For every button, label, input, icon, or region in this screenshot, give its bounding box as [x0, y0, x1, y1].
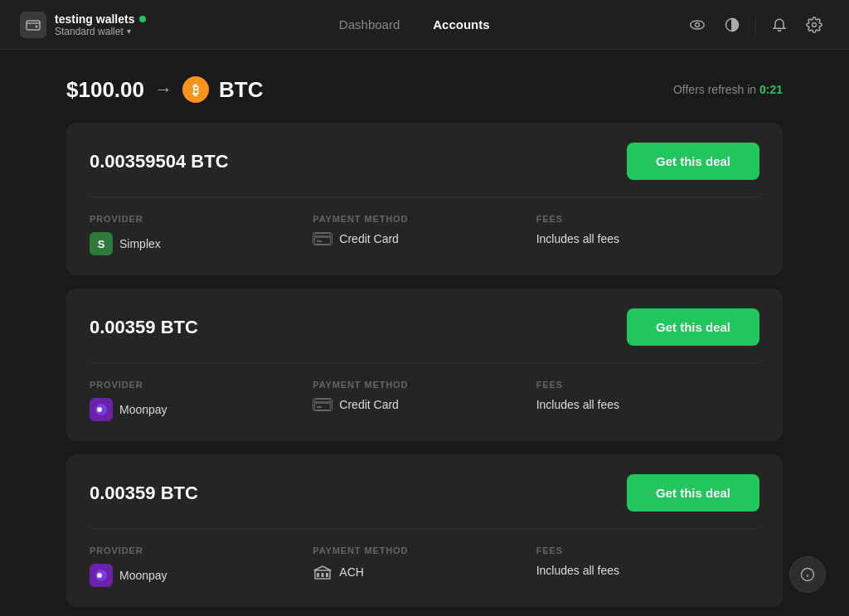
- provider-name-0: Simplex: [119, 237, 161, 250]
- deal-card-1: 0.00359 BTC Get this deal PROVIDER Moonp…: [66, 289, 783, 441]
- moonpay-icon: [90, 398, 113, 421]
- main-nav: Dashboard Accounts: [146, 14, 682, 35]
- wallet-text: testing wallets Standard wallet ▾: [55, 12, 146, 37]
- payment-label-2: PAYMENT METHOD: [313, 546, 536, 555]
- fees-text-2: Includes all fees: [536, 564, 619, 577]
- svg-rect-17: [322, 573, 324, 577]
- fees-text-1: Includes all fees: [536, 398, 619, 411]
- card-icon: [313, 398, 332, 411]
- chevron-down-icon: ▾: [127, 27, 131, 36]
- deal-amount-0: 0.00359504 BTC: [90, 151, 229, 172]
- provider-label-1: PROVIDER: [90, 380, 313, 390]
- svg-rect-16: [317, 573, 319, 577]
- header-icons: [682, 10, 829, 40]
- eye-button[interactable]: [682, 10, 712, 40]
- deal-card-0: 0.00359504 BTC Get this deal PROVIDER S …: [66, 123, 783, 275]
- deal-top-2: 0.00359 BTC Get this deal: [90, 474, 759, 512]
- fiat-amount: $100.00: [66, 77, 144, 103]
- fees-col-2: FEES Includes all fees: [536, 546, 759, 587]
- refresh-label: Offers refresh in 0:21: [673, 83, 783, 96]
- fees-label-1: FEES: [536, 380, 759, 390]
- deal-top-0: 0.00359504 BTC Get this deal: [90, 143, 759, 180]
- deal-divider-1: [90, 362, 759, 363]
- fees-col-0: FEES Includes all fees: [536, 214, 759, 255]
- contrast-button[interactable]: [717, 10, 747, 40]
- svg-point-1: [36, 25, 38, 27]
- btc-icon: ₿: [182, 76, 209, 103]
- svg-rect-7: [314, 235, 331, 238]
- fees-label-0: FEES: [536, 214, 759, 224]
- fees-col-1: FEES Includes all fees: [536, 380, 759, 421]
- deal-card-2: 0.00359 BTC Get this deal PROVIDER Moonp…: [66, 454, 783, 607]
- deals-container: 0.00359504 BTC Get this deal PROVIDER S …: [66, 123, 783, 607]
- payment-value-0: Credit Card: [313, 232, 536, 245]
- payment-label-1: PAYMENT METHOD: [313, 380, 536, 390]
- main-content: $100.00 → ₿ BTC Offers refresh in 0:21 0…: [0, 50, 849, 616]
- deal-amount-1: 0.00359 BTC: [90, 317, 198, 338]
- provider-value-0: S Simplex: [90, 232, 313, 255]
- deal-details-2: PROVIDER Moonpay PAYMENT METHOD ACH: [90, 546, 759, 587]
- provider-col-1: PROVIDER Moonpay: [90, 380, 313, 421]
- provider-name-1: Moonpay: [119, 403, 167, 416]
- help-fab[interactable]: [789, 556, 826, 593]
- payment-col-1: PAYMENT METHOD Credit Card: [313, 380, 536, 421]
- simplex-icon: S: [90, 232, 113, 255]
- bell-button[interactable]: [764, 10, 794, 40]
- svg-point-2: [691, 21, 705, 29]
- arrow-icon: →: [154, 79, 172, 100]
- deal-details-1: PROVIDER Moonpay PAYMENT METHOD Credit C…: [90, 380, 759, 421]
- nav-accounts[interactable]: Accounts: [433, 14, 489, 35]
- deal-details-0: PROVIDER S Simplex PAYMENT METHOD Credit…: [90, 214, 759, 255]
- wallet-subtitle: Standard wallet ▾: [55, 26, 146, 37]
- svg-rect-12: [314, 401, 331, 404]
- provider-col-0: PROVIDER S Simplex: [90, 214, 313, 255]
- svg-rect-0: [27, 21, 40, 30]
- fees-value-1: Includes all fees: [536, 398, 759, 411]
- deal-divider-0: [90, 196, 759, 197]
- fees-text-0: Includes all fees: [536, 232, 619, 245]
- crypto-label: BTC: [219, 77, 263, 103]
- provider-label-2: PROVIDER: [90, 546, 313, 555]
- fees-label-2: FEES: [536, 546, 759, 555]
- wallet-status-dot: [139, 16, 146, 22]
- payment-value-1: Credit Card: [313, 398, 536, 411]
- fees-value-0: Includes all fees: [536, 232, 759, 245]
- settings-button[interactable]: [799, 10, 829, 40]
- svg-point-10: [97, 407, 102, 412]
- card-icon: [313, 232, 332, 245]
- provider-value-2: Moonpay: [90, 564, 313, 587]
- svg-rect-13: [317, 406, 322, 408]
- header-separator: [755, 15, 756, 35]
- provider-value-1: Moonpay: [90, 398, 313, 421]
- app-header: testing wallets Standard wallet ▾ Dashbo…: [0, 0, 849, 50]
- deal-top-1: 0.00359 BTC Get this deal: [90, 308, 759, 346]
- wallet-info[interactable]: testing wallets Standard wallet ▾: [20, 12, 146, 38]
- payment-value-2: ACH: [313, 564, 536, 580]
- bank-icon: [313, 564, 332, 580]
- payment-name-0: Credit Card: [339, 232, 399, 245]
- svg-point-15: [97, 573, 102, 578]
- svg-rect-6: [315, 234, 331, 245]
- svg-point-3: [696, 22, 700, 27]
- amount-row: $100.00 → ₿ BTC Offers refresh in 0:21: [66, 76, 783, 103]
- payment-label-0: PAYMENT METHOD: [313, 214, 536, 224]
- wallet-avatar: [20, 12, 46, 38]
- get-deal-button-0[interactable]: Get this deal: [627, 143, 759, 180]
- provider-col-2: PROVIDER Moonpay: [90, 546, 313, 587]
- get-deal-button-2[interactable]: Get this deal: [627, 474, 759, 512]
- moonpay-icon: [90, 564, 113, 587]
- get-deal-button-1[interactable]: Get this deal: [627, 308, 759, 346]
- svg-point-5: [813, 22, 817, 27]
- svg-rect-11: [315, 400, 331, 410]
- payment-col-2: PAYMENT METHOD ACH: [313, 546, 536, 587]
- svg-rect-8: [317, 240, 322, 242]
- payment-name-2: ACH: [339, 565, 364, 579]
- nav-dashboard[interactable]: Dashboard: [339, 14, 400, 35]
- deal-amount-2: 0.00359 BTC: [90, 483, 198, 504]
- fees-value-2: Includes all fees: [536, 564, 759, 577]
- wallet-name: testing wallets: [55, 12, 146, 26]
- provider-name-2: Moonpay: [119, 569, 167, 582]
- provider-label-0: PROVIDER: [90, 214, 313, 224]
- payment-name-1: Credit Card: [339, 398, 399, 411]
- deal-divider-2: [90, 528, 759, 529]
